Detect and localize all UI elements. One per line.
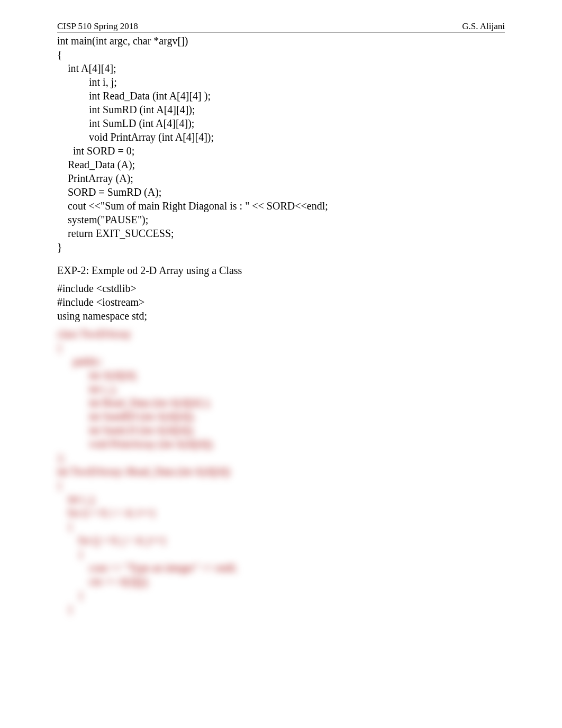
code-line: cout <<"Sum of main Right Diagonal is : … (57, 199, 505, 213)
code-line: int main(int argc, char *argv[]) (57, 34, 505, 48)
code-line: system("PAUSE"); (57, 213, 505, 226)
blur-line: for (j = 0; j < 4; j++) (57, 533, 505, 547)
blur-line: { (57, 341, 505, 354)
blur-line: } (57, 588, 505, 602)
blur-line: int i, j; (57, 382, 505, 396)
blur-line: void PrintArray (int A[4][4]); (57, 437, 505, 451)
blur-line: { (57, 547, 505, 561)
code-line: { (57, 48, 505, 61)
blur-line: { (57, 478, 505, 492)
code-line: #include <iostream> (57, 295, 505, 309)
page-header: CISP 510 Spring 2018 G.S. Alijani (57, 21, 505, 33)
blur-line: }; (57, 451, 505, 465)
code-line: int Read_Data (int A[4][4] ); (57, 89, 505, 103)
blur-line: cin >> A[i][j]; (57, 575, 505, 588)
document-page: CISP 510 Spring 2018 G.S. Alijani int ma… (0, 0, 562, 626)
code-line: Read_Data (A); (57, 158, 505, 171)
blur-line: } (57, 602, 505, 616)
code-line: #include <cstdlib> (57, 281, 505, 295)
blur-line: for (i = 0; i < 4; i++) (57, 506, 505, 520)
code-line: int i, j; (57, 75, 505, 89)
code-line: int SumLD (int A[4][4]); (57, 116, 505, 130)
code-line: using namespace std; (57, 309, 505, 323)
blur-line: { (57, 520, 505, 533)
blur-line: int TwoDArray::Read_Data (int A[4][4]) (57, 465, 505, 478)
blurred-content: class TwoDArray { public: int A[4][4]; i… (57, 327, 505, 616)
blur-line: int A[4][4]; (57, 368, 505, 382)
blur-line: int Read_Data (int A[4][4] ); (57, 396, 505, 410)
code-line: PrintArray (A); (57, 171, 505, 185)
section-heading: EXP-2: Exmple od 2-D Array using a Class (57, 263, 505, 277)
code-line: int SumRD (int A[4][4]); (57, 103, 505, 116)
blur-line: public: (57, 354, 505, 368)
header-left: CISP 510 Spring 2018 (57, 21, 138, 32)
code-line: int A[4][4]; (57, 61, 505, 75)
code-line: SORD = SumRD (A); (57, 185, 505, 199)
blur-line: int i, j; (57, 492, 505, 506)
blur-line: cout << "Type an integer" << endl; (57, 561, 505, 575)
code-line: return EXIT_SUCCESS; (57, 226, 505, 240)
code-line: } (57, 240, 505, 254)
code-block-2: #include <cstdlib> #include <iostream> u… (57, 281, 505, 323)
code-line: int SORD = 0; (57, 144, 505, 158)
blur-line: class TwoDArray (57, 327, 505, 341)
header-right: G.S. Alijani (462, 21, 505, 32)
code-line: void PrintArray (int A[4][4]); (57, 130, 505, 144)
blur-line: int SumLD (int A[4][4]); (57, 423, 505, 437)
code-block-1: int main(int argc, char *argv[]) { int A… (57, 34, 505, 254)
blur-line: int SumRD (int A[4][4]); (57, 410, 505, 423)
